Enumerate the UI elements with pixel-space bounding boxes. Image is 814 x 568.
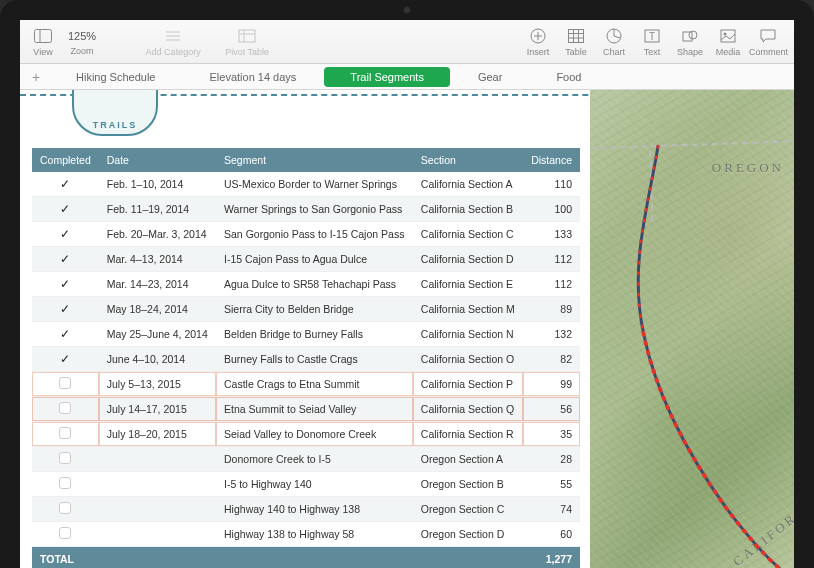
completed-cell[interactable]: ✓	[32, 272, 99, 297]
completed-cell[interactable]: ✓	[32, 222, 99, 247]
section-cell[interactable]: California Section M	[413, 297, 523, 322]
table-row[interactable]: July 14–17, 2015Etna Summit to Seiad Val…	[32, 397, 580, 422]
section-cell[interactable]: Oregon Section D	[413, 522, 523, 547]
date-cell[interactable]: July 18–20, 2015	[99, 422, 216, 447]
section-cell[interactable]: Oregon Section C	[413, 497, 523, 522]
section-cell[interactable]: California Section N	[413, 322, 523, 347]
completed-cell[interactable]: ✓	[32, 197, 99, 222]
distance-cell[interactable]: 133	[523, 222, 580, 247]
table-row[interactable]: Highway 138 to Highway 58Oregon Section …	[32, 522, 580, 547]
view-button[interactable]: View	[26, 27, 60, 57]
chart-button[interactable]: Chart	[597, 27, 631, 57]
table-row[interactable]: ✓June 4–10, 2014Burney Falls to Castle C…	[32, 347, 580, 372]
spreadsheet-canvas[interactable]: TRAILS Completed Date Segment Section Di…	[20, 90, 590, 568]
col-segment[interactable]: Segment	[216, 148, 413, 172]
distance-cell[interactable]: 82	[523, 347, 580, 372]
completed-cell[interactable]: ✓	[32, 247, 99, 272]
date-cell[interactable]: Mar. 4–13, 2014	[99, 247, 216, 272]
sheet-tab[interactable]: Hiking Schedule	[50, 67, 182, 87]
date-cell[interactable]: Feb. 11–19, 2014	[99, 197, 216, 222]
segment-cell[interactable]: Warner Springs to San Gorgonio Pass	[216, 197, 413, 222]
table-row[interactable]: ✓May 25–June 4, 2014Belden Bridge to Bur…	[32, 322, 580, 347]
table-row[interactable]: Highway 140 to Highway 138Oregon Section…	[32, 497, 580, 522]
col-date[interactable]: Date	[99, 148, 216, 172]
date-cell[interactable]: July 14–17, 2015	[99, 397, 216, 422]
col-completed[interactable]: Completed	[32, 148, 99, 172]
segment-cell[interactable]: Highway 140 to Highway 138	[216, 497, 413, 522]
completed-cell[interactable]: ✓	[32, 322, 99, 347]
distance-cell[interactable]: 89	[523, 297, 580, 322]
segment-cell[interactable]: Burney Falls to Castle Crags	[216, 347, 413, 372]
completed-cell[interactable]	[32, 372, 99, 397]
date-cell[interactable]: May 18–24, 2014	[99, 297, 216, 322]
segment-cell[interactable]: US-Mexico Border to Warner Springs	[216, 172, 413, 197]
section-cell[interactable]: California Section Q	[413, 397, 523, 422]
insert-button[interactable]: Insert	[521, 27, 555, 57]
segment-cell[interactable]: San Gorgonio Pass to I-15 Cajon Pass	[216, 222, 413, 247]
segments-table[interactable]: Completed Date Segment Section Distance …	[32, 148, 580, 568]
date-cell[interactable]: Feb. 1–10, 2014	[99, 172, 216, 197]
completed-cell[interactable]	[32, 422, 99, 447]
table-row[interactable]: ✓May 18–24, 2014Sierra City to Belden Br…	[32, 297, 580, 322]
sheet-tab[interactable]: Food	[530, 67, 607, 87]
add-sheet-button[interactable]: +	[26, 67, 46, 87]
segment-cell[interactable]: Seiad Valley to Donomore Creek	[216, 422, 413, 447]
col-distance[interactable]: Distance	[523, 148, 580, 172]
table-row[interactable]: ✓Mar. 14–23, 2014Agua Dulce to SR58 Teha…	[32, 272, 580, 297]
completed-cell[interactable]: ✓	[32, 347, 99, 372]
table-row[interactable]: ✓Feb. 11–19, 2014Warner Springs to San G…	[32, 197, 580, 222]
zoom-control[interactable]: 125% Zoom	[64, 28, 100, 56]
table-row[interactable]: July 18–20, 2015Seiad Valley to Donomore…	[32, 422, 580, 447]
distance-cell[interactable]: 99	[523, 372, 580, 397]
completed-cell[interactable]	[32, 397, 99, 422]
distance-cell[interactable]: 60	[523, 522, 580, 547]
section-cell[interactable]: California Section C	[413, 222, 523, 247]
col-section[interactable]: Section	[413, 148, 523, 172]
completed-cell[interactable]: ✓	[32, 172, 99, 197]
date-cell[interactable]	[99, 472, 216, 497]
date-cell[interactable]: May 25–June 4, 2014	[99, 322, 216, 347]
completed-cell[interactable]: ✓	[32, 297, 99, 322]
date-cell[interactable]: June 4–10, 2014	[99, 347, 216, 372]
segment-cell[interactable]: Etna Summit to Seiad Valley	[216, 397, 413, 422]
shape-button[interactable]: Shape	[673, 27, 707, 57]
distance-cell[interactable]: 55	[523, 472, 580, 497]
segment-cell[interactable]: Agua Dulce to SR58 Tehachapi Pass	[216, 272, 413, 297]
distance-cell[interactable]: 112	[523, 247, 580, 272]
date-cell[interactable]	[99, 447, 216, 472]
add-category-button[interactable]: Add Category	[138, 27, 208, 57]
table-button[interactable]: Table	[559, 27, 593, 57]
distance-cell[interactable]: 56	[523, 397, 580, 422]
text-button[interactable]: T Text	[635, 27, 669, 57]
section-cell[interactable]: California Section O	[413, 347, 523, 372]
table-row[interactable]: ✓Feb. 20–Mar. 3, 2014San Gorgonio Pass t…	[32, 222, 580, 247]
distance-cell[interactable]: 132	[523, 322, 580, 347]
section-cell[interactable]: California Section R	[413, 422, 523, 447]
distance-cell[interactable]: 112	[523, 272, 580, 297]
table-row[interactable]: ✓Feb. 1–10, 2014US-Mexico Border to Warn…	[32, 172, 580, 197]
sheet-tab[interactable]: Elevation 14 days	[184, 67, 323, 87]
section-cell[interactable]: California Section E	[413, 272, 523, 297]
section-cell[interactable]: California Section B	[413, 197, 523, 222]
date-cell[interactable]: Feb. 20–Mar. 3, 2014	[99, 222, 216, 247]
distance-cell[interactable]: 35	[523, 422, 580, 447]
distance-cell[interactable]: 74	[523, 497, 580, 522]
date-cell[interactable]: July 5–13, 2015	[99, 372, 216, 397]
distance-cell[interactable]: 110	[523, 172, 580, 197]
pivot-table-button[interactable]: Pivot Table	[212, 27, 282, 57]
distance-cell[interactable]: 100	[523, 197, 580, 222]
date-cell[interactable]	[99, 522, 216, 547]
segment-cell[interactable]: I-5 to Highway 140	[216, 472, 413, 497]
completed-cell[interactable]	[32, 497, 99, 522]
sheet-tab[interactable]: Gear	[452, 67, 528, 87]
section-cell[interactable]: Oregon Section A	[413, 447, 523, 472]
segment-cell[interactable]: Sierra City to Belden Bridge	[216, 297, 413, 322]
section-cell[interactable]: Oregon Section B	[413, 472, 523, 497]
segment-cell[interactable]: Highway 138 to Highway 58	[216, 522, 413, 547]
section-cell[interactable]: California Section P	[413, 372, 523, 397]
completed-cell[interactable]	[32, 447, 99, 472]
distance-cell[interactable]: 28	[523, 447, 580, 472]
media-button[interactable]: Media	[711, 27, 745, 57]
segment-cell[interactable]: Donomore Creek to I-5	[216, 447, 413, 472]
section-cell[interactable]: California Section A	[413, 172, 523, 197]
